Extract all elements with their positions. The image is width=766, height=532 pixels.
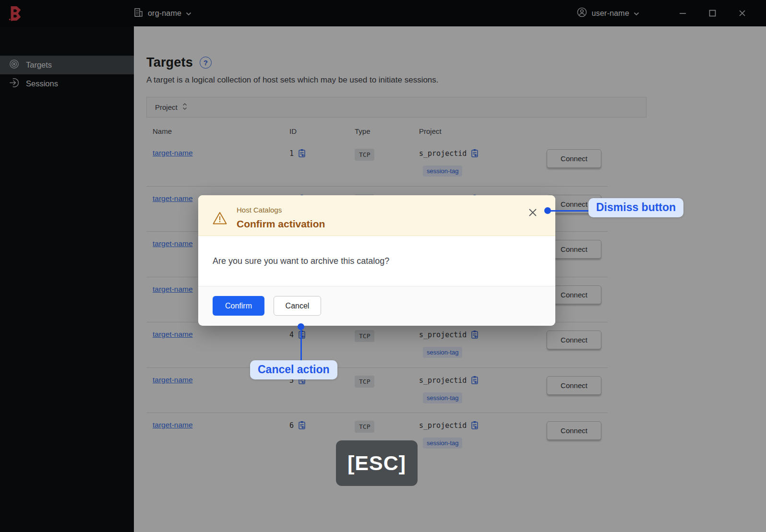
cancel-annotation-label: Cancel action (250, 360, 337, 379)
cancel-annotation-dot (298, 323, 304, 330)
dialog-context: Host Catalogs (237, 206, 282, 214)
cancel-annotation: Cancel action (250, 363, 337, 376)
dismiss-annotation-label: Dismiss button (588, 198, 683, 217)
dialog-body: Are you sure you want to archive this ca… (198, 236, 555, 286)
dialog-footer: Confirm Cancel (198, 286, 555, 325)
confirm-button[interactable]: Confirm (213, 296, 264, 316)
cancel-button[interactable]: Cancel (274, 296, 321, 316)
confirm-dialog: Host Catalogs Confirm activation Are you… (198, 195, 555, 326)
cancel-annotation-line (300, 330, 302, 363)
dialog-header: Host Catalogs Confirm activation (198, 195, 555, 236)
dialog-title: Confirm activation (237, 218, 325, 230)
esc-key-badge: [ESC] (336, 440, 418, 486)
dismiss-annotation-line (550, 210, 589, 212)
warning-triangle-icon (212, 211, 227, 227)
dialog-message: Are you sure you want to archive this ca… (213, 256, 389, 266)
dismiss-button[interactable] (525, 205, 540, 221)
app-window: org-name user-name (0, 0, 766, 532)
dismiss-annotation: Dismiss button (588, 201, 683, 214)
